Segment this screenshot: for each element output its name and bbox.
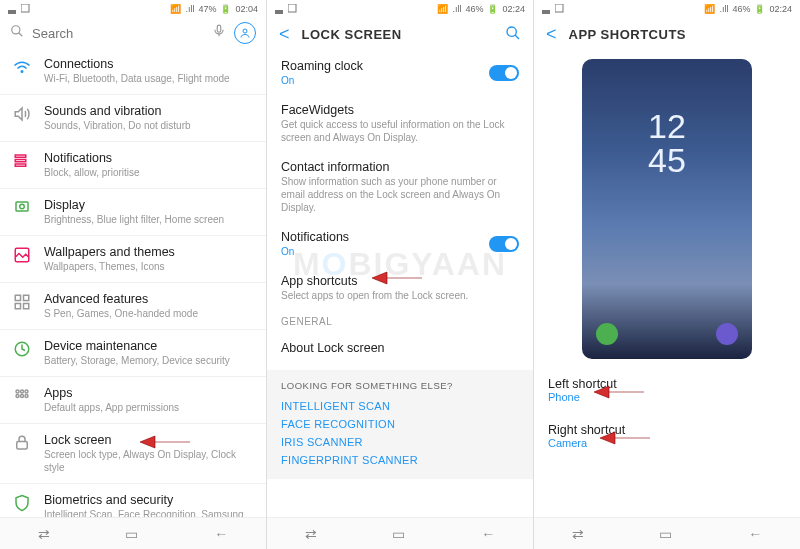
- search-input[interactable]: [32, 26, 204, 41]
- svg-point-2: [12, 26, 20, 34]
- nav-home[interactable]: ▭: [125, 526, 138, 542]
- svg-rect-8: [15, 160, 26, 162]
- settings-item-connections[interactable]: ConnectionsWi-Fi, Bluetooth, Data usage,…: [0, 48, 266, 95]
- back-button[interactable]: <: [546, 24, 557, 45]
- toggle-switch[interactable]: [489, 65, 519, 81]
- signal-icon: .ıll: [185, 4, 194, 14]
- nav-bar: ⇄ ▭ ←: [0, 517, 266, 549]
- svg-point-23: [25, 395, 28, 398]
- svg-line-3: [19, 33, 23, 37]
- settings-item-biometrics[interactable]: Biometrics and securityIntelligent Scan,…: [0, 484, 266, 517]
- settings-item-lockscreen[interactable]: Lock screenScreen lock type, Always On D…: [0, 424, 266, 484]
- item-title: Connections: [44, 57, 254, 71]
- svg-rect-9: [15, 164, 26, 166]
- item-sub: Sounds, Vibration, Do not disturb: [44, 119, 254, 132]
- link-iris-scanner[interactable]: IRIS SCANNER: [281, 433, 519, 451]
- link-fingerprint-scanner[interactable]: FINGERPRINT SCANNER: [281, 451, 519, 469]
- item-title: Notifications: [44, 151, 254, 165]
- clock: 02:24: [502, 4, 525, 14]
- item-title: About Lock screen: [281, 341, 519, 355]
- svg-rect-14: [24, 295, 29, 300]
- svg-point-19: [21, 390, 24, 393]
- item-sub: Get quick access to useful information o…: [281, 118, 519, 144]
- svg-rect-26: [288, 4, 296, 12]
- item-title: Roaming clock: [281, 59, 519, 73]
- svg-rect-7: [15, 155, 26, 157]
- phone-icon: [596, 323, 618, 345]
- settings-item-notifications[interactable]: NotificationsBlock, allow, prioritise: [0, 142, 266, 189]
- battery-pct: 47%: [198, 4, 216, 14]
- settings-item-maintenance[interactable]: Device maintenanceBattery, Storage, Memo…: [0, 330, 266, 377]
- nav-home[interactable]: ▭: [392, 526, 405, 542]
- nav-home[interactable]: ▭: [659, 526, 672, 542]
- svg-line-28: [515, 35, 519, 39]
- back-button[interactable]: <: [279, 24, 290, 45]
- item-sub: Wi-Fi, Bluetooth, Data usage, Flight mod…: [44, 72, 254, 85]
- search-bar: [0, 18, 266, 48]
- item-sub: Brightness, Blue light filter, Home scre…: [44, 213, 254, 226]
- search-icon[interactable]: [505, 25, 521, 45]
- battery-pct: 46%: [465, 4, 483, 14]
- shortcut-value: Phone: [548, 391, 786, 403]
- item-facewidgets[interactable]: FaceWidgets Get quick access to useful i…: [267, 95, 533, 152]
- link-face-recognition[interactable]: FACE RECOGNITION: [281, 415, 519, 433]
- nav-recents[interactable]: ⇄: [38, 526, 50, 542]
- lock-icon: [12, 433, 32, 453]
- item-title: FaceWidgets: [281, 103, 519, 117]
- lock-time: 12 45: [648, 109, 686, 177]
- settings-item-wallpapers[interactable]: Wallpapers and themesWallpapers, Themes,…: [0, 236, 266, 283]
- svg-rect-15: [15, 304, 20, 309]
- shortcut-value: Camera: [548, 437, 786, 449]
- svg-rect-10: [16, 202, 28, 211]
- settings-item-apps[interactable]: AppsDefault apps, App permissions: [0, 377, 266, 424]
- nav-recents[interactable]: ⇄: [305, 526, 317, 542]
- page-title: APP SHORTCUTS: [569, 27, 687, 42]
- svg-point-27: [507, 27, 516, 36]
- item-title: Apps: [44, 386, 254, 400]
- shortcut-title: Left shortcut: [548, 377, 786, 391]
- nav-recents[interactable]: ⇄: [572, 526, 584, 542]
- svg-point-21: [16, 395, 19, 398]
- item-sub: Select apps to open from the Lock screen…: [281, 289, 519, 302]
- profile-icon[interactable]: [234, 22, 256, 44]
- mic-icon[interactable]: [212, 24, 226, 42]
- settings-item-advanced[interactable]: Advanced featuresS Pen, Games, One-hande…: [0, 283, 266, 330]
- svg-point-18: [16, 390, 19, 393]
- nav-back[interactable]: ←: [214, 526, 228, 542]
- svg-rect-30: [555, 4, 563, 12]
- item-sub: S Pen, Games, One-handed mode: [44, 307, 254, 320]
- toggle-switch[interactable]: [489, 236, 519, 252]
- settings-item-sounds[interactable]: Sounds and vibrationSounds, Vibration, D…: [0, 95, 266, 142]
- header: < LOCK SCREEN: [267, 18, 533, 51]
- nav-back[interactable]: ←: [748, 526, 762, 542]
- clock: 02:04: [235, 4, 258, 14]
- item-sub: Screen lock type, Always On Display, Clo…: [44, 448, 254, 474]
- svg-rect-29: [542, 10, 550, 14]
- item-notifications[interactable]: Notifications On: [267, 222, 533, 266]
- left-shortcut-item[interactable]: Left shortcut Phone: [534, 367, 800, 413]
- advanced-icon: [12, 292, 32, 312]
- link-intelligent-scan[interactable]: INTELLIGENT SCAN: [281, 397, 519, 415]
- right-shortcut-item[interactable]: Right shortcut Camera: [534, 413, 800, 459]
- shield-icon: [12, 493, 32, 513]
- lock-screen-preview: 12 45: [582, 59, 752, 359]
- item-about-lockscreen[interactable]: About Lock screen: [267, 333, 533, 364]
- item-contact-info[interactable]: Contact information Show information suc…: [267, 152, 533, 222]
- item-sub: On: [281, 74, 519, 87]
- settings-item-display[interactable]: DisplayBrightness, Blue light filter, Ho…: [0, 189, 266, 236]
- svg-rect-16: [24, 304, 29, 309]
- svg-rect-24: [17, 442, 28, 450]
- looking-title: LOOKING FOR SOMETHING ELSE?: [281, 380, 519, 391]
- nav-back[interactable]: ←: [481, 526, 495, 542]
- battery-pct: 46%: [732, 4, 750, 14]
- svg-rect-0: [8, 10, 16, 14]
- lockscreen-pane: 📶.ıll 46% 🔋 02:24 < LOCK SCREEN Roaming …: [267, 0, 534, 549]
- app-shortcuts-pane: 📶.ıll 46% 🔋 02:24 < APP SHORTCUTS 12 45 …: [534, 0, 800, 549]
- section-label: GENERAL: [267, 310, 533, 333]
- clock: 02:24: [769, 4, 792, 14]
- item-sub: Default apps, App permissions: [44, 401, 254, 414]
- apps-icon: [12, 386, 32, 406]
- item-title: Sounds and vibration: [44, 104, 254, 118]
- item-app-shortcuts[interactable]: App shortcuts Select apps to open from t…: [267, 266, 533, 310]
- item-roaming-clock[interactable]: Roaming clock On: [267, 51, 533, 95]
